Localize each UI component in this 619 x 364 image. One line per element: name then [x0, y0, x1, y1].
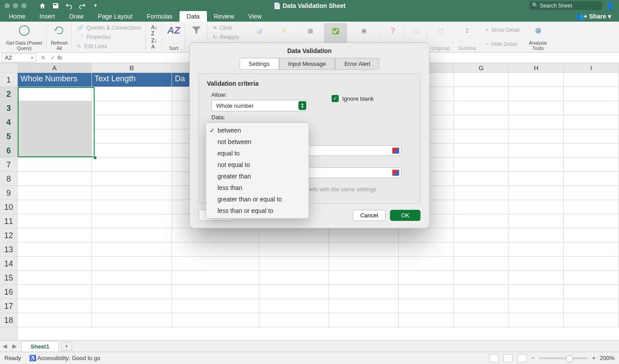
cell[interactable] [329, 243, 399, 257]
properties-button[interactable]: 📄 Properties [77, 33, 111, 41]
column-header[interactable]: H [509, 63, 564, 72]
cell[interactable] [454, 257, 509, 271]
cell[interactable] [564, 313, 619, 327]
queries-connections-button[interactable]: 🔗 Queries & Connections [77, 23, 141, 32]
cell[interactable] [18, 285, 92, 299]
cell[interactable] [172, 228, 259, 243]
user-icon[interactable]: 👤 [606, 1, 615, 10]
row-header[interactable]: 2 [0, 87, 17, 101]
sheet-nav-prev-icon[interactable]: ◀ [0, 343, 10, 349]
cell[interactable] [509, 200, 564, 214]
cell[interactable] [564, 299, 619, 313]
share-button[interactable]: 👥+ Share ▾ [570, 11, 617, 22]
cell[interactable] [564, 87, 619, 101]
cell[interactable] [92, 299, 172, 313]
row-header[interactable]: 15 [0, 271, 17, 285]
add-sheet-button[interactable]: + [61, 342, 72, 351]
cell[interactable] [454, 115, 509, 129]
status-accessibility[interactable]: ♿ Accessibility: Good to go [29, 355, 100, 361]
cell[interactable] [92, 101, 172, 115]
cell[interactable] [18, 172, 92, 186]
reapply-filter-button[interactable]: ↻ Reapply [213, 33, 239, 41]
cell[interactable] [564, 129, 619, 144]
zoom-level[interactable]: 200% [600, 355, 615, 361]
cell[interactable] [92, 228, 172, 243]
sort-desc-icon[interactable]: Z↓A [151, 38, 157, 50]
row-header[interactable]: 14 [0, 257, 17, 271]
cell[interactable] [564, 186, 619, 200]
row-header[interactable]: 16 [0, 285, 17, 299]
cell[interactable] [399, 243, 454, 257]
refresh-all-button[interactable]: Refresh All [47, 23, 72, 51]
cell[interactable] [92, 129, 172, 144]
cell[interactable] [564, 214, 619, 228]
ignore-blank-checkbox[interactable]: ✓ Ignore blank [332, 95, 374, 102]
dialog-tab-settings[interactable]: Settings [240, 58, 279, 70]
hide-detail-button[interactable]: − Hide Detail [485, 38, 517, 51]
cell[interactable] [564, 101, 619, 115]
cell[interactable] [509, 285, 564, 299]
cell[interactable] [172, 285, 259, 299]
edit-links-button[interactable]: ✎ Edit Links [77, 42, 107, 51]
cell[interactable] [329, 299, 399, 313]
cell[interactable] [454, 172, 509, 186]
menu-tab-page-layout[interactable]: Page Layout [91, 11, 140, 22]
dialog-tab-input-message[interactable]: Input Message [279, 58, 335, 70]
row-header[interactable]: 6 [0, 144, 17, 158]
cell[interactable] [92, 313, 172, 327]
get-data-button[interactable]: Get Data (Power Query) [3, 23, 46, 51]
zoom-slider[interactable] [539, 357, 588, 359]
row-header[interactable]: 5 [0, 129, 17, 144]
sort-button[interactable]: AZ Sort [163, 23, 185, 51]
cell[interactable] [329, 285, 399, 299]
cell[interactable] [564, 200, 619, 214]
cell[interactable] [92, 257, 172, 271]
sheet-tab[interactable]: Sheet1 [21, 341, 59, 352]
cell[interactable] [172, 243, 259, 257]
cell[interactable] [329, 228, 399, 243]
cell[interactable] [509, 214, 564, 228]
cell[interactable] [564, 73, 619, 87]
zoom-in-button[interactable]: + [592, 355, 596, 361]
data-option[interactable]: greater than [206, 171, 309, 182]
menu-tab-insert[interactable]: Insert [32, 11, 62, 22]
fx-icon[interactable]: fx [57, 54, 62, 61]
row-header[interactable]: 4 [0, 115, 17, 129]
cell[interactable] [18, 214, 92, 228]
ok-button[interactable]: OK [390, 210, 420, 221]
cell[interactable] [509, 144, 564, 158]
data-options-menu[interactable]: betweennot betweenequal tonot equal togr… [206, 122, 309, 219]
menu-tab-formulas[interactable]: Formulas [140, 11, 180, 22]
data-option[interactable]: not equal to [206, 159, 309, 171]
name-box[interactable]: A2 [2, 53, 36, 62]
cell[interactable] [454, 101, 509, 115]
row-header[interactable]: 3 [0, 101, 17, 115]
cell[interactable] [92, 186, 172, 200]
cell[interactable] [18, 200, 92, 214]
data-option[interactable]: less than or equal to [206, 205, 309, 216]
cell[interactable] [172, 257, 259, 271]
cell[interactable] [172, 271, 259, 285]
cell[interactable] [509, 299, 564, 313]
qat-dropdown-icon[interactable]: ▼ [92, 2, 99, 9]
menu-tab-view[interactable]: View [241, 11, 269, 22]
cell[interactable] [564, 285, 619, 299]
sort-asc-icon[interactable]: A↓Z [151, 24, 157, 37]
cell[interactable] [564, 158, 619, 172]
cell[interactable] [92, 285, 172, 299]
menu-tab-data[interactable]: Data [180, 11, 207, 22]
cell[interactable] [259, 243, 329, 257]
sheet-nav-next-icon[interactable]: ▶ [10, 343, 19, 349]
row-header[interactable]: 7 [0, 158, 17, 172]
show-detail-button[interactable]: + Show Detail [485, 23, 520, 37]
cell[interactable] [329, 257, 399, 271]
cell[interactable] [18, 299, 92, 313]
zoom-out-button[interactable]: − [531, 355, 535, 361]
cell[interactable] [92, 172, 172, 186]
cell[interactable] [18, 87, 92, 101]
cell[interactable] [564, 172, 619, 186]
row-header[interactable]: 17 [0, 299, 17, 313]
view-page-break-icon[interactable] [517, 354, 527, 362]
data-option[interactable]: less than [206, 182, 309, 193]
cell[interactable] [509, 129, 564, 144]
